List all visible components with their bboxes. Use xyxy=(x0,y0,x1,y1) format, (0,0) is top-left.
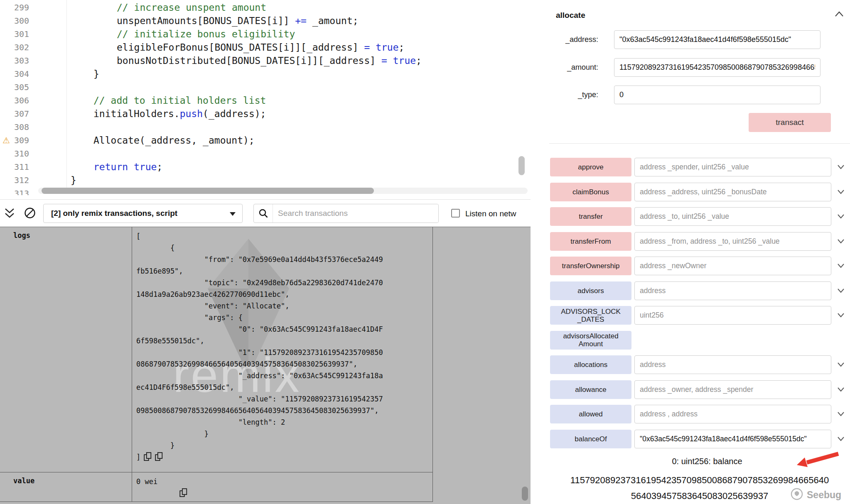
code-line[interactable]: 307initialHolders.push(_address); xyxy=(0,107,531,120)
code-line[interactable]: 312} xyxy=(0,174,531,187)
function-input-transfer[interactable] xyxy=(634,207,831,226)
code-line[interactable]: 304} xyxy=(0,67,531,81)
log-json-line: [ xyxy=(136,230,432,242)
remix-ide: 299// increase unspent amount300unspentA… xyxy=(0,0,850,504)
function-input-allowed[interactable] xyxy=(634,405,831,423)
log-table: logs [ { "from": "0x7e5969e0a14dd4b43f53… xyxy=(0,227,433,502)
function-button-allowed[interactable]: allowed xyxy=(550,405,631,423)
function-row: advisorsAllocatedAmount xyxy=(549,331,850,350)
function-button-claimBonus[interactable]: claimBonus xyxy=(550,183,631,201)
function-input-transferFrom[interactable] xyxy=(634,232,831,251)
copy-icon[interactable] xyxy=(155,452,163,465)
log-json-line: ec41D4F6f598e555015dc", xyxy=(136,382,432,393)
log-json-line: 0868790785326998466564056403945758364508… xyxy=(136,358,432,370)
code-line[interactable]: ⚠309Allocate(_address, _amount); xyxy=(0,134,531,147)
arg-input-type[interactable] xyxy=(614,86,821,104)
function-input-allowance[interactable] xyxy=(634,380,831,399)
function-button-balanceOf[interactable]: balanceOf xyxy=(550,430,631,448)
chevron-down-icon[interactable] xyxy=(836,360,846,371)
function-button-transferOwnership[interactable]: transferOwnership xyxy=(550,257,631,275)
chevron-down-icon[interactable] xyxy=(836,434,846,445)
code-editor[interactable]: 299// increase unspent amount300unspentA… xyxy=(0,0,531,195)
line-number: 301 xyxy=(0,29,37,39)
contract-interaction-panel: allocate _address:_amount:_type: transac… xyxy=(549,0,850,504)
code-line[interactable]: 308 xyxy=(0,120,531,134)
terminal-toolbar: [2] only remix transactions, script List… xyxy=(0,199,531,227)
left-column: 299// increase unspent amount300unspentA… xyxy=(0,0,531,504)
code-line[interactable]: 311return true; xyxy=(0,160,531,174)
code-text: return true; xyxy=(37,161,162,172)
function-input-ADVISORS_LOCK_DATES[interactable] xyxy=(634,306,831,325)
log-json-line: "_address": "0x63Ac545C991243fa18a xyxy=(136,370,432,382)
chevron-down-icon[interactable] xyxy=(836,187,846,198)
transact-button[interactable]: transact xyxy=(749,113,831,132)
copy-icon[interactable] xyxy=(179,488,187,499)
listen-on-network-checkbox[interactable] xyxy=(451,209,460,218)
arg-input-amount[interactable] xyxy=(614,58,821,77)
chevron-down-icon[interactable] xyxy=(836,409,846,421)
code-line[interactable]: 302eligibleForBonus[BONUS_DATES[i]][_add… xyxy=(0,41,531,54)
function-input-claimBonus[interactable] xyxy=(634,183,831,201)
function-row: approve xyxy=(549,158,850,176)
chevron-down-icon[interactable] xyxy=(836,310,846,322)
arg-input-address[interactable] xyxy=(614,30,821,49)
logs-json-content: [ { "from": "0x7e5969e0a14dd4b43f5376ece… xyxy=(132,227,433,472)
red-arrow xyxy=(795,451,842,470)
chevron-up-icon[interactable] xyxy=(834,10,844,20)
function-input-transferOwnership[interactable] xyxy=(634,257,831,275)
horizontal-scrollbar-thumb[interactable] xyxy=(42,188,374,194)
editor-horizontal-scrollbar[interactable] xyxy=(38,188,528,194)
function-button-ADVISORS_LOCK_DATES[interactable]: ADVISORS_LOCK_DATES xyxy=(550,306,631,325)
function-row: transfer xyxy=(549,207,850,226)
function-row: balanceOf xyxy=(549,430,850,448)
code-line[interactable]: 310 xyxy=(0,147,531,160)
function-row: claimBonus xyxy=(549,183,850,201)
function-input-approve[interactable] xyxy=(634,158,831,176)
function-button-advisorsAllocatedAmount[interactable]: advisorsAllocatedAmount xyxy=(550,331,631,350)
line-number: 311 xyxy=(0,162,37,172)
function-button-allocations[interactable]: allocations xyxy=(550,355,631,374)
function-input-advisors[interactable] xyxy=(634,281,831,300)
chevron-down-icon[interactable] xyxy=(836,384,846,396)
chevron-down-icon[interactable] xyxy=(836,236,846,248)
log-json-line: } xyxy=(136,440,432,451)
log-json-line: ] xyxy=(136,451,432,463)
code-line[interactable]: 303bonusNotDistributed[BONUS_DATES[i]][_… xyxy=(0,54,531,67)
function-input-balanceOf[interactable] xyxy=(634,430,831,448)
code-line[interactable]: 301// initialize bonus eligibility xyxy=(0,27,531,41)
contract-arg-row: _address: xyxy=(549,30,850,49)
line-number: 310 xyxy=(0,149,37,159)
value-copy-wrap xyxy=(176,488,432,499)
log-json-line: "args": { xyxy=(136,312,432,323)
function-button-allowance[interactable]: allowance xyxy=(550,380,631,399)
contract-arg-row: _type: xyxy=(549,86,850,104)
code-text: eligibleForBonus[BONUS_DATES[i]][_addres… xyxy=(37,42,404,53)
editor-vertical-scrollbar[interactable] xyxy=(518,156,525,175)
transactions-filter-dropdown[interactable]: [2] only remix transactions, script xyxy=(43,204,243,223)
warning-icon: ⚠ xyxy=(2,135,10,145)
search-input[interactable] xyxy=(273,204,438,223)
log-json-line: "_value": "11579208923731619542357 xyxy=(136,393,432,405)
function-button-advisors[interactable]: advisors xyxy=(550,281,631,300)
log-vertical-scrollbar[interactable] xyxy=(522,487,528,501)
code-lines: 299// increase unspent amount300unspentA… xyxy=(0,1,531,195)
copy-icon[interactable] xyxy=(144,452,152,465)
chevron-down-icon[interactable] xyxy=(836,261,846,272)
circle-slash-icon[interactable] xyxy=(23,206,37,221)
search-icon[interactable] xyxy=(254,204,273,223)
log-json-line: 148d1a9a26ab923aec4262770690d11ebc", xyxy=(136,289,432,300)
double-chevron-down-icon[interactable] xyxy=(3,208,16,221)
function-input-allocations[interactable] xyxy=(634,355,831,374)
chevron-down-icon[interactable] xyxy=(836,211,846,223)
code-line[interactable]: 306// add to initial holders list xyxy=(0,94,531,107)
chevron-down-icon[interactable] xyxy=(836,162,846,174)
function-button-transfer[interactable]: transfer xyxy=(550,207,631,226)
line-number: 313 xyxy=(0,188,37,195)
log-json-line: { xyxy=(136,242,432,254)
code-line[interactable]: 299// increase unspent amount xyxy=(0,1,531,14)
function-button-approve[interactable]: approve xyxy=(550,158,631,176)
chevron-down-icon[interactable] xyxy=(836,286,846,297)
code-line[interactable]: 300unspentAmounts[BONUS_DATES[i]] += _am… xyxy=(0,14,531,27)
function-button-transferFrom[interactable]: transferFrom xyxy=(550,232,631,251)
code-line[interactable]: 305 xyxy=(0,81,531,94)
